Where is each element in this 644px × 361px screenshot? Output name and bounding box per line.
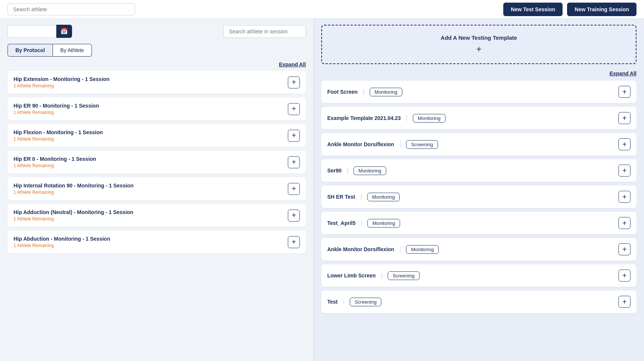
session-item-title: Hip Internal Rotation 90 - Monitoring - … [14, 183, 134, 189]
template-item: Example Template 2021.04.23 | Monitoring… [321, 107, 636, 129]
date-input[interactable]: 03 May 2021 [8, 25, 56, 38]
right-panel: Add A New Testing Template + Expand All … [313, 19, 644, 361]
expand-all-right-link[interactable]: Expand All [609, 70, 636, 76]
template-divider: | [347, 167, 348, 174]
session-plus-button[interactable]: + [288, 130, 300, 142]
left-top-row: 03 May 2021 📅 [8, 25, 306, 38]
template-item-left: Ser90 | Monitoring [327, 166, 386, 175]
template-item-left: Test | Screening [327, 298, 381, 306]
template-item: Ankle Monitor Dorsiflexion | Monitoring … [321, 238, 636, 261]
session-item: Hip Abduction - Monitoring - 1 Session 1… [8, 231, 306, 253]
template-plus-button[interactable]: + [618, 217, 630, 229]
filter-tabs: By Protocol By Athlete [8, 44, 306, 57]
session-item: Hip ER 90 - Monitoring - 1 Session 1 Ath… [8, 97, 306, 120]
date-picker-wrapper: 03 May 2021 📅 [8, 25, 72, 38]
template-item-left: Foot Screen | Monitoring [327, 88, 402, 96]
session-plus-button[interactable]: + [288, 76, 300, 88]
template-plus-button[interactable]: + [618, 138, 630, 150]
template-divider: | [406, 115, 408, 121]
session-plus-button[interactable]: + [288, 156, 300, 168]
template-item-left: Ankle Monitor Dorsiflexion | Screening [327, 140, 438, 149]
date-calendar-button[interactable]: 📅 [56, 25, 72, 38]
session-item-title: Hip Flexion - Monitoring - 1 Session [14, 129, 103, 135]
new-test-session-button[interactable]: New Test Session [503, 3, 563, 16]
template-list: Foot Screen | Monitoring + Example Templ… [321, 81, 636, 313]
template-plus-button[interactable]: + [618, 86, 630, 98]
template-item-left: Example Template 2021.04.23 | Monitoring [327, 114, 445, 123]
template-divider: | [399, 246, 401, 253]
template-tag: Screening [406, 140, 438, 149]
template-divider: | [360, 193, 362, 200]
session-plus-button[interactable]: + [288, 236, 300, 248]
session-plus-button[interactable]: + [288, 103, 300, 115]
session-item-sub: 1 Athlete Remaining [14, 243, 110, 248]
template-item: Test_April5 | Monitoring + [321, 212, 636, 234]
template-plus-button[interactable]: + [618, 270, 630, 282]
template-item-left: Test_April5 | Monitoring [327, 219, 400, 228]
session-item-info: Hip Extension - Monitoring - 1 Session 1… [14, 76, 110, 88]
session-item: Hip Extension - Monitoring - 1 Session 1… [8, 71, 306, 94]
session-plus-button[interactable]: + [288, 183, 300, 195]
session-item: Hip ER 0 - Monitoring - 1 Session 1 Athl… [8, 151, 306, 174]
template-tag: Monitoring [370, 88, 402, 96]
template-tag: Monitoring [367, 193, 400, 201]
session-item-sub: 1 Athlete Remaining [14, 190, 134, 195]
template-divider: | [381, 272, 382, 279]
session-item-info: Hip ER 90 - Monitoring - 1 Session 1 Ath… [14, 103, 99, 115]
template-item-left: Lower Limb Screen | Screening [327, 271, 420, 280]
session-item-title: Hip ER 90 - Monitoring - 1 Session [14, 103, 99, 109]
session-item-info: Hip Flexion - Monitoring - 1 Session 1 A… [14, 129, 103, 142]
template-item: Foot Screen | Monitoring + [321, 81, 636, 103]
template-divider: | [361, 220, 362, 226]
session-list: Hip Extension - Monitoring - 1 Session 1… [8, 71, 306, 253]
calendar-icon: 📅 [60, 28, 68, 35]
right-expand-row: Expand All [321, 70, 636, 77]
session-item-sub: 1 Athlete Remaining [14, 216, 133, 222]
template-plus-button[interactable]: + [618, 296, 630, 308]
tab-by-athlete[interactable]: By Athlete [53, 44, 92, 57]
template-item: Ser90 | Monitoring + [321, 159, 636, 182]
template-item: Lower Limb Screen | Screening + [321, 264, 636, 287]
template-plus-button[interactable]: + [618, 243, 630, 255]
tab-by-protocol[interactable]: By Protocol [8, 44, 53, 57]
expand-all-row: Expand All [8, 61, 306, 68]
session-item-title: Hip ER 0 - Monitoring - 1 Session [14, 156, 96, 162]
template-item-name: Example Template 2021.04.23 [327, 115, 401, 121]
main-layout: 03 May 2021 📅 By Protocol By Athlete Exp… [0, 19, 644, 361]
template-plus-button[interactable]: + [618, 165, 630, 177]
add-template-plus-icon: + [331, 44, 627, 54]
session-item-info: Hip ER 0 - Monitoring - 1 Session 1 Athl… [14, 156, 96, 168]
template-item-left: Ankle Monitor Dorsiflexion | Monitoring [327, 245, 439, 254]
session-item-sub: 1 Athlete Remaining [14, 136, 103, 142]
session-item-title: Hip Abduction - Monitoring - 1 Session [14, 236, 110, 242]
session-item-sub: 1 Athlete Remaining [14, 163, 96, 168]
session-item: Hip Flexion - Monitoring - 1 Session 1 A… [8, 124, 306, 147]
template-tag: Monitoring [413, 114, 445, 123]
search-athlete-input[interactable] [8, 3, 135, 15]
session-item-info: Hip Internal Rotation 90 - Monitoring - … [14, 183, 134, 195]
session-item-sub: 1 Athlete Remaining [14, 83, 110, 88]
template-divider: | [343, 298, 345, 305]
template-tag: Monitoring [406, 245, 439, 254]
new-training-session-button[interactable]: New Training Session [567, 3, 636, 16]
template-item-name: Lower Limb Screen [327, 273, 376, 279]
template-item-name: Test [327, 299, 338, 305]
left-panel: 03 May 2021 📅 By Protocol By Athlete Exp… [0, 19, 313, 361]
expand-all-left-link[interactable]: Expand All [279, 61, 306, 67]
template-tag: Screening [388, 271, 420, 280]
template-plus-button[interactable]: + [618, 112, 630, 124]
template-tag: Monitoring [354, 166, 386, 175]
add-template-title: Add A New Testing Template [331, 34, 627, 41]
session-item-info: Hip Adduction (Neutral) - Monitoring - 1… [14, 209, 133, 222]
session-plus-button[interactable]: + [288, 210, 300, 222]
template-divider: | [363, 88, 364, 95]
template-plus-button[interactable]: + [618, 191, 630, 203]
template-item-name: Foot Screen [327, 89, 358, 95]
session-item: Hip Adduction (Neutral) - Monitoring - 1… [8, 204, 306, 227]
add-template-box[interactable]: Add A New Testing Template + [321, 25, 636, 64]
search-session-input[interactable] [223, 25, 306, 38]
template-item-name: Ser90 [327, 168, 342, 174]
top-bar: New Test Session New Training Session [0, 0, 644, 19]
template-divider: | [399, 141, 401, 148]
session-item-title: Hip Adduction (Neutral) - Monitoring - 1… [14, 209, 133, 215]
